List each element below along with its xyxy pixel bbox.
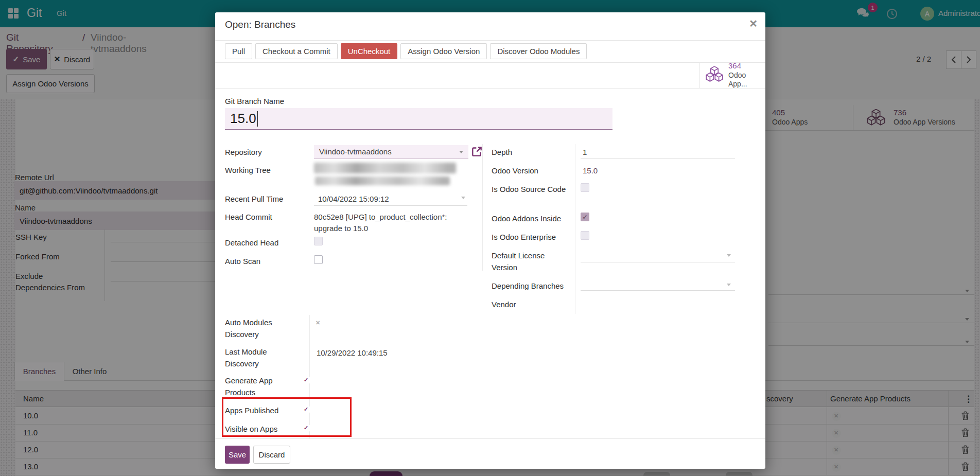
head-commit-value: 80c52e8 [UPG] to_product_collection*: up… (314, 211, 464, 234)
depth-value[interactable]: 1 (583, 147, 587, 158)
discover-odoo-modules-button[interactable]: Discover Odoo Modules (490, 43, 587, 59)
chevron-down-icon (727, 284, 731, 286)
default-license-version-field[interactable] (581, 262, 735, 262)
depending-branches-label: Depending Branches (492, 280, 564, 292)
divider (215, 88, 765, 89)
is-odoo-enterprise-checkbox (581, 231, 589, 240)
auto-scan-label: Auto Scan (225, 256, 260, 268)
auto-scan-checkbox[interactable] (314, 255, 323, 264)
field-underline (581, 158, 735, 158)
odoo-version-value[interactable]: 15.0 (583, 165, 598, 177)
pull-button[interactable]: Pull (225, 43, 252, 59)
divider (215, 438, 765, 439)
field-underline (314, 205, 467, 206)
odoo-version-label: Odoo Version (492, 165, 538, 177)
text-cursor (257, 111, 258, 127)
dialog-title: Open: Branches (225, 19, 295, 30)
working-tree-label: Working Tree (225, 165, 271, 177)
repository-select[interactable]: Viindoo-tvtmaaddons (314, 145, 468, 159)
working-tree-redacted-value (314, 163, 456, 173)
external-link-icon[interactable] (471, 146, 482, 159)
cubes-icon (705, 66, 724, 84)
recent-pull-time-label: Recent Pull Time (225, 193, 283, 205)
statusbar-actions: Pull Checkout a Commit UnCheckout Assign… (225, 43, 587, 59)
close-icon[interactable] (749, 17, 758, 30)
chevron-down-icon (727, 254, 731, 257)
group-divider (482, 144, 483, 271)
recent-pull-time-value[interactable]: 10/04/2022 15:09:12 (318, 193, 389, 205)
last-module-discovery-value: 10/29/2022 10:49:15 (317, 347, 388, 359)
modal-discard-button[interactable]: Discard (253, 446, 290, 464)
is-odoo-source-code-label: Is Odoo Source Code (492, 184, 568, 196)
stat-button-odoo-app-versions[interactable]: 364 Odoo App... (699, 62, 765, 88)
detached-head-label: Detached Head (225, 237, 278, 249)
is-odoo-source-code-checkbox (581, 183, 589, 192)
chevron-down-icon (459, 151, 463, 153)
assign-odoo-version-button[interactable]: Assign Odoo Version (400, 43, 487, 59)
odoo-addons-inside-label: Odoo Addons Inside (492, 213, 561, 225)
auto-modules-discovery-label: Auto Modules Discovery (225, 317, 294, 340)
chevron-down-icon (461, 197, 465, 199)
annotation-red-box (222, 397, 352, 437)
repository-label: Repository (225, 147, 262, 158)
uncheckout-button[interactable]: UnCheckout (341, 43, 398, 59)
default-license-version-label: Default License Version (492, 250, 568, 273)
last-module-discovery-label: Last Module Discovery (225, 346, 294, 369)
detached-head-checkbox (314, 237, 323, 245)
divider (215, 62, 765, 63)
odoo-addons-inside-checkbox (581, 213, 589, 221)
depending-branches-field[interactable] (581, 290, 735, 291)
vendor-label: Vendor (492, 299, 516, 311)
modal-save-button[interactable]: Save (225, 446, 250, 464)
checkout-a-commit-button[interactable]: Checkout a Commit (255, 43, 338, 59)
head-commit-label: Head Commit (225, 211, 272, 223)
is-odoo-enterprise-label: Is Odoo Enterprise (492, 232, 556, 243)
working-tree-redacted-value (315, 177, 450, 185)
generate-app-products-label: Generate App Products (225, 375, 294, 398)
screen: Git Git 1 A Administrator Git Repository… (0, 0, 980, 476)
divider (215, 40, 765, 41)
git-branch-name-label: Git Branch Name (225, 96, 284, 108)
git-branch-name-input[interactable]: 15.0 (225, 108, 612, 130)
group-divider (575, 144, 575, 314)
depth-label: Depth (492, 147, 512, 158)
